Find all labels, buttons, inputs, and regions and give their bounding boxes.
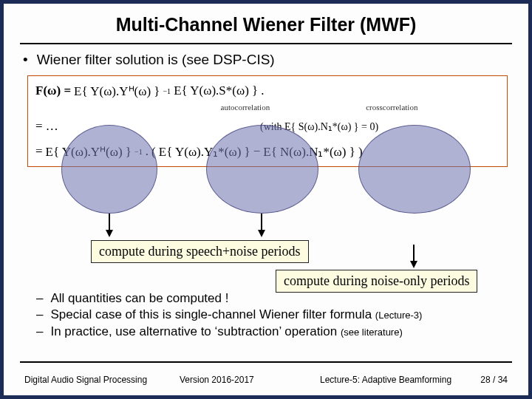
callout-speech-noise: compute during speech+noise periods <box>91 240 309 263</box>
sub-c-main: In practice, use alternative to ‘subtrac… <box>50 324 340 338</box>
eq-line2-note: (with E{ S(ω).N₁*(ω) } = 0) <box>260 120 378 133</box>
eq-term-auto: E{ Y(ω).Yᴴ(ω) } <box>74 83 160 99</box>
eq-line3-dot: . <box>146 144 149 159</box>
equation-line-3: = E{ Y(ω).Yᴴ(ω) } −1 . ( E{ Y(ω).Y₁*(ω) … <box>35 141 499 162</box>
title-divider <box>20 43 512 44</box>
bullet-dot: • <box>23 52 28 68</box>
main-bullet: • Wiener filter solution is (see DSP-CIS… <box>23 52 509 68</box>
slide-title: Multi-Channel Wiener Filter (MWF) <box>4 4 528 43</box>
label-crosscorrelation: crosscorrelation <box>366 103 417 112</box>
footer-version: Version 2016-2017 <box>180 375 254 385</box>
eq-inverse: −1 <box>163 87 171 95</box>
sub-b-small: (Lecture-3) <box>375 310 423 321</box>
eq-term-cross: E{ Y(ω).S*(ω) } <box>174 83 258 98</box>
arrow-2 <box>261 214 262 236</box>
sub-c-small: (see literature) <box>341 327 403 338</box>
main-bullet-text: Wiener filter solution is (see DSP-CIS) <box>37 52 275 68</box>
sub-bullet-list: – All quantities can be computed ! – Spe… <box>36 290 514 341</box>
eq-line3-term-c: E{ N(ω).N₁*(ω) } ) <box>263 144 362 160</box>
equation-box: F(ω) = E{ Y(ω).Yᴴ(ω) } −1 E{ Y(ω).S*(ω) … <box>27 75 508 167</box>
dash-icon: – <box>36 290 43 307</box>
eq-line3-term-b: ( E{ Y(ω).Y₁*(ω) } <box>151 144 250 160</box>
footer-lecture: Lecture-5: Adaptive Beamforming <box>320 375 451 385</box>
equation-line-1: F(ω) = E{ Y(ω).Yᴴ(ω) } −1 E{ Y(ω).S*(ω) … <box>35 81 499 101</box>
slide: Multi-Channel Wiener Filter (MWF) • Wien… <box>4 4 528 395</box>
label-autocorrelation: autocorrelation <box>221 103 270 112</box>
arrow-3 <box>413 245 415 267</box>
equation-line-2: = … (with E{ S(ω).N₁*(ω) } = 0) <box>35 116 499 137</box>
sub-b-main: Special case of this is single-channel W… <box>50 307 375 321</box>
sub-bullet-a-text: All quantities can be computed ! <box>50 290 228 307</box>
dash-icon: – <box>36 324 43 341</box>
eq-line3-term-a: E{ Y(ω).Yᴴ(ω) } <box>46 144 132 160</box>
footer-page: 28 / 34 <box>480 375 508 385</box>
eq-period: . <box>261 83 264 98</box>
sub-bullet-c-text: In practice, use alternative to ‘subtrac… <box>50 324 402 341</box>
sub-bullet-b-text: Special case of this is single-channel W… <box>50 307 422 324</box>
eq-line3-lhs: = <box>35 144 43 159</box>
sub-bullet-c: – In practice, use alternative to ‘subtr… <box>36 324 514 341</box>
sub-bullet-a: – All quantities can be computed ! <box>36 290 514 307</box>
footer-left: Digital Audio Signal Processing <box>24 375 147 385</box>
dash-icon: – <box>36 307 43 324</box>
eq-line3-minus: − <box>253 144 261 159</box>
equation-underlabels: autocorrelation crosscorrelation <box>139 103 499 112</box>
eq-lhs: F(ω) = <box>35 83 71 98</box>
footer: Digital Audio Signal Processing Version … <box>24 375 508 385</box>
callout-noise-only: compute during noise-only periods <box>276 270 477 293</box>
footer-divider <box>20 361 512 363</box>
sub-bullet-b: – Special case of this is single-channel… <box>36 307 514 324</box>
eq-line2-lhs: = … <box>35 119 257 134</box>
content-area: • Wiener filter solution is (see DSP-CIS… <box>4 52 528 167</box>
eq-line3-inv: −1 <box>134 148 143 156</box>
arrow-1 <box>109 214 110 236</box>
